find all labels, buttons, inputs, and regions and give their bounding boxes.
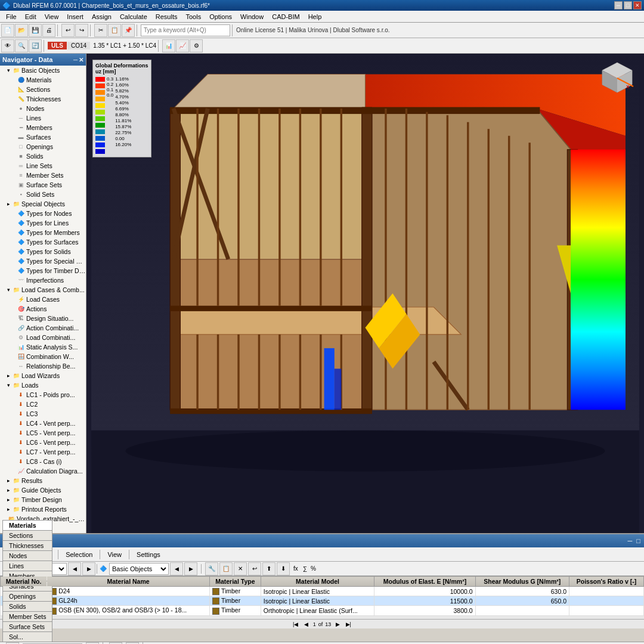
view-menu[interactable]: View [103,550,126,559]
copy-btn[interactable]: 📋 [108,24,121,37]
next-btn[interactable]: ▶ [82,562,95,575]
tree-item-15[interactable]: 🔷 Types for Nodes [0,209,86,218]
tree-item-11[interactable]: ≡ Member Sets [0,171,86,180]
tool6-btn[interactable]: ⬇ [277,562,290,575]
tree-item-30[interactable]: 🪟 Combination W... [0,352,86,361]
panel-minimize-btn[interactable]: ─ [627,537,632,544]
tab-surface-sets[interactable]: Surface Sets [2,621,52,631]
tree-item-36[interactable]: ⬇ LC3 [0,409,86,419]
tree-item-8[interactable]: □ Openings [0,142,86,151]
undo-btn[interactable]: ↩ [61,24,75,37]
menu-item-assign[interactable]: Assign [88,12,115,21]
tree-item-20[interactable]: 🔷 Types for Special O... [0,256,86,266]
title-bar-controls[interactable]: ─ □ ✕ [614,1,642,10]
tree-item-24[interactable]: ⚡ Load Cases [0,295,86,304]
tool2-btn[interactable]: 📋 [219,562,233,575]
tree-item-16[interactable]: 🔷 Types for Lines [0,218,86,228]
tree-item-46[interactable]: ▸ 📁 Printout Reports [0,504,86,514]
tree-item-5[interactable]: ─ Lines [0,113,86,123]
tree-item-14[interactable]: ▸ 📁 Special Objects [0,199,86,209]
last-page-btn[interactable]: ▶| [344,621,352,628]
orientation-cube[interactable]: X [596,60,638,101]
tool4-btn[interactable]: ↩ [248,562,261,575]
tree-item-42[interactable]: 📈 Calculation Diagra... [0,466,86,476]
minimize-btn[interactable]: ─ [614,1,623,10]
tab-openings[interactable]: Openings [2,591,52,601]
tab-sections[interactable]: Sections [2,530,52,540]
redo-btn[interactable]: ↪ [75,24,88,37]
viewport-3d[interactable]: Global Deformationsuz [mm] [86,54,644,533]
tree-item-21[interactable]: 🔷 Types for Timber De... [0,266,86,275]
tree-item-13[interactable]: ▪ Solid Sets [0,190,86,199]
tree-item-18[interactable]: 🔷 Types for Surfaces [0,237,86,247]
tool3-btn[interactable]: ✕ [234,562,247,575]
status-nav-btn[interactable]: ◀ [6,642,19,645]
cut-btn[interactable]: ✂ [94,24,107,37]
tree-item-3[interactable]: 📏 Thicknesses [0,94,86,104]
tab-sol...[interactable]: Sol... [2,631,52,642]
table-row[interactable]: 2 GL24h Timber Isotropic | Linear Elasti… [1,596,644,606]
menu-item-results[interactable]: Results [152,12,181,21]
tree-item-2[interactable]: 📐 Sections [0,85,86,94]
paste-btn[interactable]: 📌 [122,24,135,37]
tree-item-9[interactable]: ■ Solids [0,151,86,161]
menu-item-calculate[interactable]: Calculate [116,12,151,21]
tree-item-41[interactable]: ⬇ LC8 - Cas (i) [0,457,86,466]
menu-item-help[interactable]: Help [305,12,326,21]
tree-item-35[interactable]: ⬇ LC2 [0,400,86,409]
menu-item-options[interactable]: Options [206,12,236,21]
menu-item-file[interactable]: File [2,12,20,21]
tree-item-7[interactable]: ▬ Surfaces [0,132,86,142]
open-btn[interactable]: 📂 [15,24,28,37]
tree-item-19[interactable]: 🔷 Types for Solids [0,247,86,256]
menu-item-tools[interactable]: Tools [182,12,205,21]
next-page-btn[interactable]: ▶ [333,621,342,628]
table-row[interactable]: 3 OSB (EN 300), OSB/2 and OSB/3 (> 10 - … [1,606,644,615]
tool1-btn[interactable]: 🔧 [205,562,218,575]
tab-lines[interactable]: Lines [2,561,52,571]
tree-item-45[interactable]: ▸ 📁 Timber Design [0,495,86,504]
tree-item-29[interactable]: 📊 Static Analysis S... [0,342,86,352]
tree-item-33[interactable]: ▾ 📁 Loads [0,380,86,390]
tree-item-10[interactable]: ═ Line Sets [0,161,86,171]
tab-member-sets[interactable]: Member Sets [2,611,52,621]
tree-item-26[interactable]: 🏗 Design Situatio... [0,314,86,323]
tool5-btn[interactable]: ⬆ [262,562,275,575]
prev-section-btn[interactable]: ◀ [170,562,183,575]
tree-item-22[interactable]: 〰 Imperfections [0,275,86,285]
tab-solids[interactable]: Solids [2,601,52,611]
zoom-btn[interactable]: 🔍 [15,39,28,52]
tree-item-23[interactable]: ▾ 📁 Load Cases & Comb... [0,285,86,295]
table-row[interactable]: 1 D24 Timber Isotropic | Linear Elastic … [1,587,644,596]
prev-btn[interactable]: ◀ [68,562,81,575]
view-btn[interactable]: 👁 [1,39,14,52]
tree-item-27[interactable]: 🔗 Action Combinati... [0,323,86,333]
menu-item-view[interactable]: View [41,12,63,21]
tree-item-44[interactable]: ▸ 📁 Guide Objects [0,485,86,495]
tree-item-25[interactable]: 🎯 Actions [0,304,86,314]
panel-restore-btn[interactable]: □ [636,537,640,544]
new-btn[interactable]: 📄 [1,24,14,37]
tree-item-34[interactable]: ⬇ LC1 - Poids pro... [0,390,86,400]
next-section-btn[interactable]: ▶ [184,562,197,575]
tree-item-40[interactable]: ⬇ LC7 - Vent perp... [0,447,86,457]
result-btn[interactable]: 📈 [176,39,189,52]
menu-item-cad-bim[interactable]: CAD-BIM [268,12,303,21]
nav-close-btn[interactable]: ✕ [79,57,83,63]
save-btn[interactable]: 💾 [29,24,42,37]
rotate-btn[interactable]: 🔄 [29,39,42,52]
tree-item-37[interactable]: ⬇ LC4 - Vent perp... [0,419,86,428]
tree-item-43[interactable]: ▸ 📁 Results [0,476,86,485]
tree-item-28[interactable]: ⚙ Load Combinati... [0,333,86,342]
tree-item-6[interactable]: ━ Members [0,123,86,132]
settings-menu[interactable]: Settings [132,550,165,559]
tab-nodes[interactable]: Nodes [2,550,52,561]
nav-header-icons[interactable]: ─ ✕ [73,57,83,63]
tree-item-0[interactable]: ▾ 📁 Basic Objects [0,66,86,75]
status-nav-btn2[interactable]: ▶ [86,642,99,645]
tree-item-31[interactable]: ↔ Relationship Be... [0,361,86,371]
menu-item-insert[interactable]: Insert [63,12,87,21]
tree-item-17[interactable]: 🔷 Types for Members [0,228,86,237]
tree-item-38[interactable]: ⬇ LC5 - Vent perp... [0,428,86,438]
tree-item-4[interactable]: ● Nodes [0,104,86,113]
